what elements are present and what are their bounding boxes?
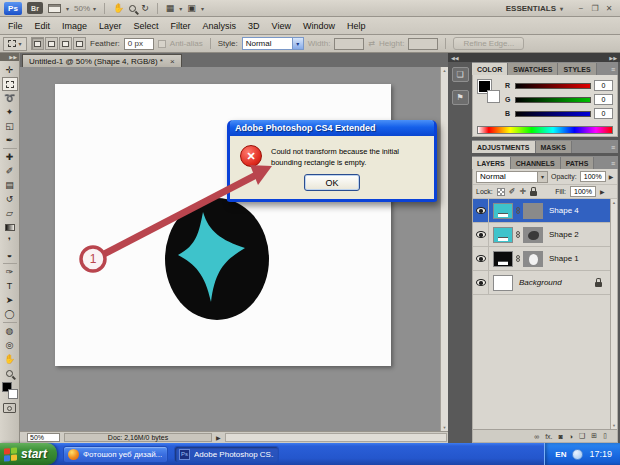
chevron-down-icon[interactable]: ▾	[179, 5, 182, 12]
blend-mode-select[interactable]: Normal ▾	[476, 171, 548, 183]
red-channel-value[interactable]: 0	[594, 80, 613, 91]
tray-status-icon[interactable]	[572, 449, 583, 460]
collapsed-panel-button-history[interactable]: ❏	[452, 67, 469, 82]
lock-position-icon[interactable]: ✛	[519, 188, 526, 196]
visibility-cell[interactable]	[473, 199, 489, 222]
opacity-value[interactable]: 100%	[580, 171, 606, 182]
adjustment-layer-icon[interactable]: ◑	[569, 433, 573, 440]
history-brush-tool[interactable]: ↺	[2, 192, 18, 206]
lasso-tool[interactable]: ➰	[2, 91, 18, 105]
close-button[interactable]: ✕	[604, 4, 614, 13]
layers-scrollbar[interactable]: ▲ ▼	[610, 199, 617, 429]
gradient-tool[interactable]	[2, 220, 18, 234]
new-group-icon[interactable]: ❑	[579, 432, 585, 440]
zoom-tool-icon[interactable]	[129, 5, 136, 12]
menu-help[interactable]: Help	[341, 21, 372, 31]
swap-dimensions-icon[interactable]: ⇄	[368, 39, 375, 48]
menu-3d[interactable]: 3D	[242, 21, 266, 31]
zoom-level-dropdown[interactable]: 50% ▾	[74, 4, 96, 13]
pen-tool[interactable]: ✑	[2, 265, 18, 279]
bridge-button[interactable]: Br	[27, 2, 43, 14]
scroll-down-icon[interactable]: ▼	[612, 423, 616, 428]
hand-tool[interactable]: ✋	[2, 352, 18, 366]
layer-thumbnail[interactable]	[493, 227, 513, 243]
color-swatch-control[interactable]	[2, 382, 18, 399]
scroll-down-icon[interactable]: ▼	[443, 425, 447, 430]
fill-value[interactable]: 100%	[570, 186, 596, 197]
add-selection-button[interactable]	[45, 37, 58, 50]
menu-edit[interactable]: Edit	[29, 21, 57, 31]
add-mask-icon[interactable]: ◙	[559, 433, 563, 440]
language-indicator[interactable]: EN	[555, 450, 566, 459]
clock[interactable]: 17:19	[589, 449, 612, 459]
tab-close-icon[interactable]: ×	[170, 57, 175, 66]
shape-tool[interactable]: ◯	[2, 307, 18, 321]
feather-input[interactable]: 0 px	[124, 38, 154, 50]
collapse-panels-left-icon[interactable]: ◀◀	[451, 55, 459, 61]
collapse-tools-icon[interactable]: ▶▶	[0, 53, 19, 61]
restore-button[interactable]: ❐	[590, 4, 600, 13]
layer-thumbnail[interactable]	[493, 251, 513, 267]
brush-tool[interactable]: ✐	[2, 164, 18, 178]
background-color-swatch[interactable]	[8, 389, 18, 399]
status-zoom-input[interactable]: 50%	[27, 433, 60, 442]
layer-row-shape2[interactable]: Shape 2	[473, 223, 610, 247]
arrange-documents-icon[interactable]: ▦	[166, 4, 175, 13]
minimize-button[interactable]: −	[576, 4, 586, 13]
refine-edge-button[interactable]: Refine Edge...	[453, 37, 524, 50]
type-tool[interactable]: T	[2, 279, 18, 293]
layer-style-icon[interactable]: fx.	[545, 433, 552, 440]
layer-row-background[interactable]: Background	[473, 271, 610, 295]
menu-window[interactable]: Window	[297, 21, 341, 31]
menu-image[interactable]: Image	[56, 21, 93, 31]
tab-adjustments[interactable]: ADJUSTMENTS	[472, 141, 536, 153]
collapse-panels-right-icon[interactable]: ▶▶	[609, 55, 617, 61]
new-selection-button[interactable]	[31, 37, 44, 50]
link-layers-icon[interactable]: ∞	[534, 433, 539, 440]
3d-orbit-tool[interactable]: ◎	[2, 338, 18, 352]
crop-tool[interactable]: ◱	[2, 119, 18, 133]
tab-color[interactable]: COLOR	[472, 63, 508, 75]
rectangular-marquee-tool[interactable]	[2, 77, 18, 91]
tab-layers[interactable]: LAYERS	[472, 157, 511, 169]
menu-filter[interactable]: Filter	[165, 21, 197, 31]
panel-menu-icon[interactable]: ≡	[611, 144, 618, 153]
layer-thumbnail[interactable]	[493, 203, 513, 219]
visibility-cell[interactable]	[473, 223, 489, 246]
menu-view[interactable]: View	[266, 21, 297, 31]
clone-stamp-tool[interactable]: ▤	[2, 178, 18, 192]
delete-layer-icon[interactable]: ▯	[603, 432, 607, 440]
taskbar-item-photoshop[interactable]: Ps Adobe Photoshop CS...	[174, 446, 279, 463]
tab-styles[interactable]: STYLES	[558, 63, 596, 75]
start-button[interactable]: start	[0, 443, 57, 465]
ok-button[interactable]: OK	[304, 174, 360, 191]
green-channel-value[interactable]: 0	[594, 94, 613, 105]
canvas-horizontal-scrollbar[interactable]	[225, 433, 447, 442]
lock-transparency-icon[interactable]	[497, 188, 505, 196]
canvas-vertical-scrollbar[interactable]: ▲ ▼	[440, 67, 448, 431]
view-extras-dropdown-icon[interactable]: ▾	[66, 5, 69, 12]
vector-mask-thumbnail[interactable]	[523, 251, 543, 267]
collapsed-panel-button-notes[interactable]: ⚑	[452, 90, 469, 105]
chevron-down-icon[interactable]: ▾	[201, 5, 204, 12]
scroll-up-icon[interactable]: ▲	[443, 68, 447, 73]
view-extras-icon[interactable]	[48, 4, 61, 13]
subtract-selection-button[interactable]	[59, 37, 72, 50]
color-spectrum-ramp[interactable]	[477, 126, 613, 134]
layer-row-shape4[interactable]: Shape 4	[473, 199, 610, 223]
dialog-titlebar[interactable]: Adobe Photoshop CS4 Extended	[230, 120, 434, 136]
taskbar-item-firefox[interactable]: Фотошоп уеб дизай...	[63, 446, 168, 463]
zoom-tool[interactable]	[2, 366, 18, 380]
scroll-up-icon[interactable]: ▲	[612, 200, 616, 205]
menu-layer[interactable]: Layer	[93, 21, 128, 31]
layer-row-shape1[interactable]: Shape 1	[473, 247, 610, 271]
healing-brush-tool[interactable]: ✚	[2, 150, 18, 164]
workspace-switcher[interactable]: ESSENTIALS ▾	[506, 4, 563, 13]
menu-file[interactable]: File	[2, 21, 29, 31]
rotate-view-icon[interactable]: ↻	[141, 4, 149, 13]
document-tab[interactable]: Untitled-1 @ 50% (Shape 4, RGB/8) * ×	[22, 54, 182, 67]
tab-swatches[interactable]: SWATCHES	[508, 63, 558, 75]
visibility-cell[interactable]	[473, 271, 489, 294]
blur-tool[interactable]: ❜	[2, 234, 18, 248]
menu-select[interactable]: Select	[128, 21, 165, 31]
